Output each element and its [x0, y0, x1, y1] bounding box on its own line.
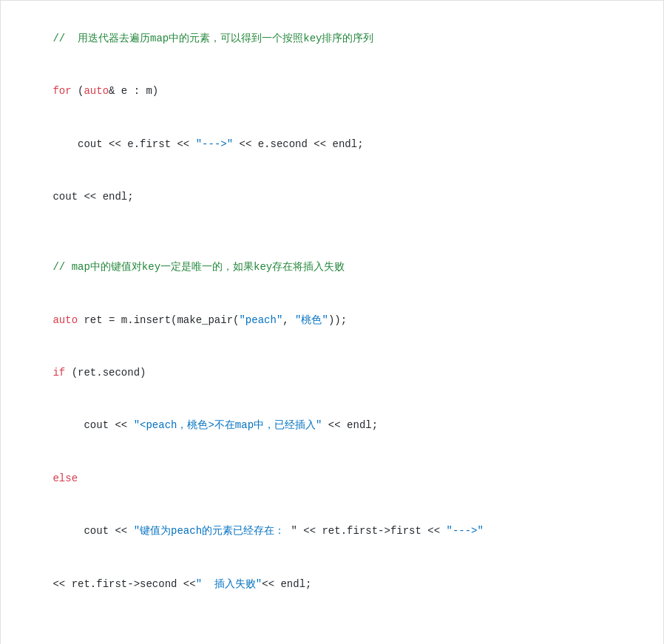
- string: "键值为peach的元素已经存在：: [134, 525, 285, 537]
- keyword-if: if: [52, 367, 65, 379]
- code-line: // 删除key为"apple"的元素: [16, 628, 648, 644]
- keyword-auto: auto: [84, 85, 109, 97]
- keyword-else: else: [52, 472, 78, 484]
- code-line: auto ret = m.insert(make_pair("peach", "…: [16, 294, 648, 347]
- code-line: else: [16, 453, 648, 505]
- code-line: cout << e.first << "--->" << e.second <<…: [16, 118, 648, 171]
- code-line: [16, 611, 648, 628]
- code-line: cout << "键值为peach的元素已经存在： " << ret.first…: [16, 505, 648, 557]
- page-wrapper: // 用迭代器去遍历map中的元素，可以得到一个按照key排序的序列 for (…: [0, 0, 664, 644]
- code-line: // map中的键值对key一定是唯一的，如果key存在将插入失败: [16, 241, 648, 294]
- string: " 插入失败": [196, 578, 262, 590]
- code-line: for (auto& e : m): [16, 65, 648, 118]
- code-line: if (ret.second): [16, 347, 648, 399]
- code-line: cout << "<peach，桃色>不在map中，已经插入" << endl;: [16, 400, 648, 453]
- string: "--->": [447, 525, 484, 537]
- string: "桃色": [295, 314, 328, 326]
- code-line: << ret.first->second <<" 插入失败"<< endl;: [16, 558, 648, 611]
- string: "peach": [239, 314, 282, 326]
- code-line: // 用迭代器去遍历map中的元素，可以得到一个按照key排序的序列: [16, 13, 648, 65]
- keyword-auto: auto: [52, 314, 78, 326]
- code-line: [16, 224, 648, 242]
- keyword-for: for: [52, 85, 71, 97]
- code-line: cout << endl;: [16, 171, 648, 223]
- code-section: // 用迭代器去遍历map中的元素，可以得到一个按照key排序的序列 for (…: [0, 0, 664, 644]
- string: "<peach，桃色>不在map中，已经插入": [134, 419, 322, 431]
- string: "--->": [196, 138, 233, 150]
- comment: // map中的键值对key一定是唯一的，如果key存在将插入失败: [52, 261, 345, 273]
- comment: // 用迭代器去遍历map中的元素，可以得到一个按照key排序的序列: [52, 33, 373, 44]
